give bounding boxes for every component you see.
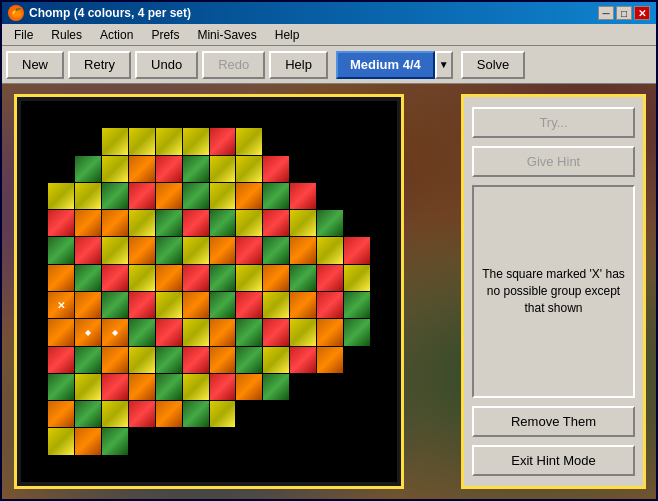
cell[interactable] [263,319,289,345]
cell[interactable] [156,292,182,318]
cell[interactable] [48,319,74,345]
cell[interactable] [129,183,155,209]
cell[interactable] [344,374,370,400]
cell[interactable] [344,292,370,318]
cell[interactable] [344,210,370,236]
cell[interactable] [75,319,101,345]
cell[interactable] [102,292,128,318]
cell[interactable] [21,210,47,236]
cell[interactable] [156,456,182,482]
cell[interactable] [371,456,397,482]
close-button[interactable]: ✕ [634,6,650,20]
cell[interactable] [290,374,316,400]
cell[interactable] [344,456,370,482]
cell[interactable] [102,401,128,427]
cell[interactable] [290,428,316,454]
cell[interactable] [317,319,343,345]
cell[interactable] [263,183,289,209]
cell[interactable] [183,401,209,427]
cell[interactable] [263,237,289,263]
cell[interactable] [344,237,370,263]
cell[interactable] [210,128,236,154]
cell[interactable] [102,237,128,263]
cell[interactable] [263,456,289,482]
cell[interactable] [48,183,74,209]
cell[interactable] [48,156,74,182]
cell[interactable] [263,374,289,400]
cell[interactable] [263,265,289,291]
cell[interactable] [344,428,370,454]
cell[interactable] [183,183,209,209]
cell[interactable] [21,265,47,291]
cell[interactable] [156,401,182,427]
cell[interactable] [236,347,262,373]
cell[interactable] [371,128,397,154]
cell[interactable] [129,374,155,400]
cell[interactable] [236,292,262,318]
cell[interactable] [21,292,47,318]
cell[interactable] [344,101,370,127]
cell[interactable] [21,428,47,454]
cell[interactable] [183,456,209,482]
menu-rules[interactable]: Rules [43,26,90,43]
cell[interactable] [210,374,236,400]
cell[interactable] [210,101,236,127]
cell[interactable] [371,292,397,318]
cell[interactable] [75,374,101,400]
cell[interactable] [210,319,236,345]
cell[interactable] [21,374,47,400]
cell[interactable] [344,401,370,427]
cell[interactable] [317,347,343,373]
cell[interactable] [236,456,262,482]
cell[interactable] [183,428,209,454]
cell[interactable] [156,428,182,454]
cell[interactable] [156,156,182,182]
solve-button[interactable]: Solve [461,51,526,79]
cell[interactable] [317,456,343,482]
cell[interactable] [75,292,101,318]
cell[interactable] [263,347,289,373]
cell[interactable] [210,456,236,482]
cell[interactable] [48,456,74,482]
cell[interactable] [290,101,316,127]
cell[interactable] [156,237,182,263]
cell[interactable] [183,101,209,127]
menu-prefs[interactable]: Prefs [143,26,187,43]
cell[interactable] [236,237,262,263]
cell[interactable] [21,237,47,263]
cell[interactable] [317,156,343,182]
cell[interactable] [236,319,262,345]
cell[interactable] [290,128,316,154]
cell[interactable] [371,265,397,291]
cell[interactable] [102,128,128,154]
cell[interactable] [183,265,209,291]
cell[interactable] [290,456,316,482]
exit-hint-button[interactable]: Exit Hint Mode [472,445,635,476]
cell[interactable] [236,128,262,154]
cell[interactable] [317,101,343,127]
cell[interactable] [156,210,182,236]
cell[interactable] [344,183,370,209]
cell[interactable] [129,101,155,127]
cell[interactable] [48,428,74,454]
cell[interactable] [317,183,343,209]
cell[interactable] [21,128,47,154]
menu-minisaves[interactable]: Mini-Saves [189,26,264,43]
try-button[interactable]: Try... [472,107,635,138]
new-button[interactable]: New [6,51,64,79]
cell[interactable] [21,183,47,209]
cell[interactable] [48,374,74,400]
cell[interactable] [183,237,209,263]
cell[interactable] [21,156,47,182]
cell[interactable] [371,183,397,209]
cell[interactable] [156,347,182,373]
cell[interactable] [236,156,262,182]
cell[interactable] [102,265,128,291]
remove-them-button[interactable]: Remove Them [472,406,635,437]
cell[interactable] [236,401,262,427]
cell[interactable] [129,428,155,454]
cell[interactable] [317,374,343,400]
cell[interactable] [129,265,155,291]
cell[interactable] [371,347,397,373]
cell[interactable] [183,210,209,236]
